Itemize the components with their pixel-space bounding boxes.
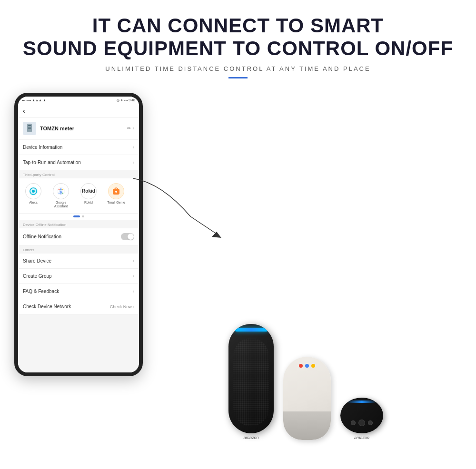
amazon-echo-large bbox=[228, 324, 274, 433]
amazon-echo-label: amazon bbox=[243, 435, 258, 440]
menu-item-create-group[interactable]: Create Group › bbox=[18, 269, 139, 284]
check-network-label: Check Device Network bbox=[23, 304, 71, 309]
phone-container: ▪▪▪.▪▪▪▪ ▲▲▲ ▲ ◎ ✦ ▪▪▪ 9:48 ‹ bbox=[14, 93, 150, 449]
menu-chevron-device-info: › bbox=[133, 145, 134, 150]
svg-rect-1 bbox=[28, 125, 31, 126]
svg-point-15 bbox=[115, 191, 117, 193]
third-party-row: Alexa bbox=[18, 178, 139, 214]
dot-btn-2 bbox=[368, 420, 373, 425]
phone-screen: ▪▪▪.▪▪▪▪ ▲▲▲ ▲ ◎ ✦ ▪▪▪ 9:48 ‹ bbox=[18, 97, 139, 372]
check-network-right: Check Now › bbox=[110, 304, 134, 309]
dot-active bbox=[73, 215, 80, 217]
svg-rect-3 bbox=[28, 128, 31, 129]
speakers-area: amazon amazon bbox=[150, 93, 462, 449]
create-group-chevron: › bbox=[133, 274, 134, 279]
google-home bbox=[283, 357, 331, 440]
indicator-dots bbox=[18, 214, 139, 220]
subtitle: UNLIMITED TIME DISTANCE CONTROL AT ANY T… bbox=[0, 65, 476, 72]
tmall-item[interactable]: Tmall Genie bbox=[105, 183, 128, 205]
google-home-dots bbox=[299, 364, 315, 368]
svg-point-12 bbox=[62, 192, 63, 193]
back-row[interactable]: ‹ bbox=[18, 104, 139, 118]
header-chevron: › bbox=[133, 126, 134, 131]
dot-btn-1 bbox=[351, 420, 356, 425]
google-assistant-item[interactable]: Google Assistant bbox=[50, 183, 72, 209]
google-assistant-icon bbox=[53, 183, 69, 199]
svg-point-6 bbox=[32, 190, 35, 193]
status-signal: ▪▪▪.▪▪▪▪ ▲▲▲ ▲ bbox=[22, 98, 46, 102]
google-home-group bbox=[283, 357, 331, 440]
amazon-echo-dot bbox=[340, 398, 383, 433]
dot-inactive bbox=[82, 215, 84, 217]
menu-chevron-tap-run: › bbox=[133, 160, 134, 165]
main-title: IT CAN CONNECT TO SMART SOUND EQUIPMENT … bbox=[0, 14, 476, 60]
check-now-text: Check Now bbox=[110, 304, 132, 309]
dot-controls bbox=[351, 420, 373, 426]
google-home-base bbox=[283, 411, 331, 440]
amazon-echo-large-group: amazon bbox=[228, 324, 274, 440]
svg-point-9 bbox=[60, 190, 62, 192]
third-party-label: Third-party Control bbox=[18, 170, 139, 178]
share-device-chevron: › bbox=[133, 258, 134, 264]
menu-item-share-device[interactable]: Share Device › bbox=[18, 254, 139, 269]
alexa-label: Alexa bbox=[29, 201, 38, 205]
menu-item-tap-run-label: Tap-to-Run and Automation bbox=[23, 160, 81, 165]
header-section: IT CAN CONNECT TO SMART SOUND EQUIPMENT … bbox=[0, 0, 476, 83]
check-network-chevron: › bbox=[133, 304, 134, 309]
accent-line bbox=[228, 77, 248, 78]
create-group-label: Create Group bbox=[23, 274, 52, 279]
device-icon bbox=[23, 122, 36, 135]
rokid-label: Rokid bbox=[84, 201, 93, 205]
rokid-icon: Rokid bbox=[80, 183, 97, 199]
device-name: TOMZN meter bbox=[40, 126, 127, 131]
svg-point-13 bbox=[59, 192, 60, 193]
svg-rect-2 bbox=[28, 127, 31, 127]
dot-ring bbox=[347, 401, 376, 403]
menu-item-faq[interactable]: FAQ & Feedback › bbox=[18, 284, 139, 299]
tmall-icon bbox=[108, 183, 124, 199]
rokid-text: Rokid bbox=[82, 188, 95, 194]
offline-label: Device Offline Notification bbox=[18, 220, 139, 228]
menu-item-check-network[interactable]: Check Device Network Check Now › bbox=[18, 299, 139, 314]
back-icon[interactable]: ‹ bbox=[23, 107, 25, 115]
offline-toggle[interactable] bbox=[121, 233, 134, 240]
echo-ring bbox=[235, 328, 268, 332]
rokid-item[interactable]: Rokid Rokid bbox=[77, 183, 100, 205]
svg-rect-0 bbox=[27, 124, 32, 132]
svg-point-11 bbox=[62, 188, 63, 189]
share-device-label: Share Device bbox=[23, 258, 51, 264]
others-label: Others bbox=[18, 245, 139, 254]
alexa-icon bbox=[25, 183, 41, 199]
phone-mockup: ▪▪▪.▪▪▪▪ ▲▲▲ ▲ ◎ ✦ ▪▪▪ 9:48 ‹ bbox=[14, 93, 143, 376]
gh-dot-blue bbox=[305, 364, 309, 368]
edit-icon[interactable]: ✏ bbox=[127, 126, 131, 131]
amazon-echo-dot-group: amazon bbox=[340, 398, 383, 440]
toggle-thumb bbox=[128, 234, 134, 240]
echo-mesh bbox=[233, 338, 269, 426]
google-assistant-label: Google Assistant bbox=[50, 201, 72, 209]
alexa-item[interactable]: Alexa bbox=[22, 183, 45, 205]
offline-notification-label: Offline Notification bbox=[23, 234, 61, 239]
gh-dot-yellow bbox=[311, 364, 315, 368]
menu-item-device-info-label: Device Information bbox=[23, 145, 62, 150]
faq-label: FAQ & Feedback bbox=[23, 289, 59, 294]
status-bar: ▪▪▪.▪▪▪▪ ▲▲▲ ▲ ◎ ✦ ▪▪▪ 9:48 bbox=[18, 97, 139, 104]
amazon-dot-label: amazon bbox=[354, 435, 369, 440]
tmall-label: Tmall Genie bbox=[107, 201, 125, 205]
svg-point-10 bbox=[59, 188, 60, 189]
menu-item-tap-run[interactable]: Tap-to-Run and Automation › bbox=[18, 155, 139, 170]
status-time: ◎ ✦ ▪▪▪ 9:48 bbox=[117, 98, 135, 102]
dot-btn-mic bbox=[358, 420, 365, 426]
menu-item-device-info[interactable]: Device Information › bbox=[18, 140, 139, 155]
content-area: ▪▪▪.▪▪▪▪ ▲▲▲ ▲ ◎ ✦ ▪▪▪ 9:48 ‹ bbox=[0, 93, 476, 449]
device-header: TOMZN meter ✏ › bbox=[18, 118, 139, 139]
offline-notification-item: Offline Notification bbox=[18, 228, 139, 245]
gh-dot-red bbox=[299, 364, 303, 368]
faq-chevron: › bbox=[133, 289, 134, 294]
